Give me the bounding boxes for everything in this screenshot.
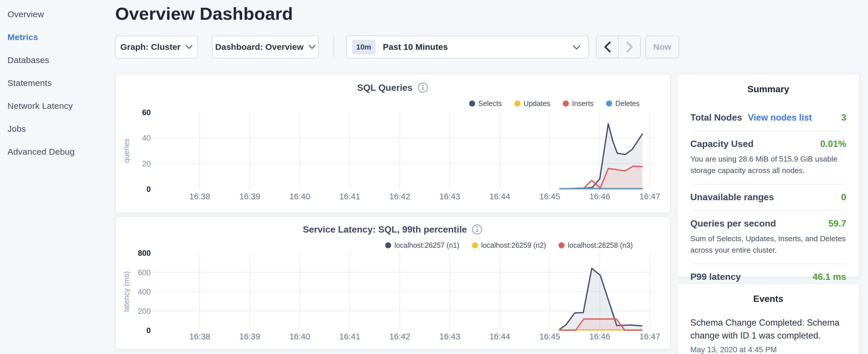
y-axis-tick-label: 600 [138,268,151,277]
summary-item-value: 0.01% [820,139,846,149]
summary-item-description: You are using 28.6 MiB of 515.9 GiB usab… [690,153,846,176]
summary-item-label: P99 latency [690,271,741,282]
x-axis-tick-label: 16:42 [390,332,410,341]
chevron-down-icon [309,45,315,49]
summary-item-label: Capacity Used [690,139,754,149]
summary-item-value: 46.1 ms [813,271,846,282]
dashboard-dropdown-label: Dashboard: Overview [215,42,304,52]
y-axis-tick-label: 60 [142,108,151,117]
x-axis-tick-label: 16:38 [189,192,210,201]
y-axis-title: queries [122,138,131,163]
sidebar-item-network-latency[interactable]: Network Latency [0,95,115,118]
summary-panel: Summary Total NodesView nodes list3Capac… [677,74,860,277]
x-axis-tick-label: 16:45 [539,332,560,341]
summary-item-label: Unavailable ranges [690,192,774,202]
y-axis-tick-label: 40 [142,134,151,142]
time-step-forward-button[interactable] [619,36,640,58]
summary-item-value: 0 [841,192,846,202]
sql-queries-chart-card: SQL Queries SelectsUpdatesInsertsDeletes… [115,74,671,213]
x-axis-tick-label: 16:43 [439,332,460,341]
summary-item: Queries per second59.7Sum of Selects, Up… [690,211,846,264]
time-step-buttons [596,35,641,58]
sidebar-item-databases[interactable]: Databases [0,49,115,72]
graph-dropdown[interactable]: Graph: Cluster [115,35,198,58]
x-axis-tick-label: 16:46 [589,332,610,341]
summary-item-description: Sum of Selects, Updates, Inserts, and De… [690,233,846,256]
x-axis-tick-label: 16:43 [439,192,460,201]
toolbar-divider [333,35,334,58]
time-range-label: Past 10 Minutes [383,42,448,52]
x-axis-tick-label: 16:44 [490,332,510,341]
time-range-badge: 10m [352,40,375,55]
view-nodes-list-link[interactable]: View nodes list [748,112,812,123]
summary-item-value: 59.7 [829,218,846,229]
service-latency-chart-card: Service Latency: SQL, 99th percentile lo… [115,216,671,350]
graph-dropdown-label: Graph: Cluster [120,42,181,52]
event-timestamp: May 13, 2020 at 4:45 PM [690,345,846,354]
chart-grid [152,112,654,189]
x-axis-tick-label: 16:41 [339,192,360,201]
summary-item-value: 3 [841,112,846,123]
sidebar: OverviewMetricsDatabasesStatementsNetwor… [0,0,115,354]
events-panel: Events Schema Change Completed: Schema c… [677,283,860,354]
x-axis-tick-label: 16:39 [239,332,260,341]
summary-title: Summary [690,84,846,95]
chevron-left-icon [604,41,611,53]
summary-item-label: Queries per second [690,218,776,229]
summary-item-label: Total Nodes [690,112,742,123]
x-axis-tick-label: 16:44 [490,192,510,201]
x-axis-tick-label: 16:39 [239,192,260,201]
x-axis-tick-label: 16:40 [289,192,310,201]
x-axis-tick-label: 16:42 [390,192,410,201]
event-text[interactable]: Schema Change Completed: Schema change w… [690,316,846,342]
events-title: Events [690,294,846,304]
y-axis-title: latency (ms) [122,271,131,312]
dashboard-dropdown[interactable]: Dashboard: Overview [212,35,319,58]
x-axis-tick-label: 16:47 [639,332,660,341]
y-axis-tick-label: 200 [138,307,151,316]
time-step-back-button[interactable] [597,36,619,58]
time-range-selector[interactable]: 10m Past 10 Minutes [346,35,589,58]
y-axis-tick-label: 20 [142,160,151,168]
chevron-down-icon [186,45,192,49]
now-button[interactable]: Now [645,35,679,58]
y-axis-tick-label: 400 [138,288,151,296]
x-axis-tick-label: 16:46 [589,192,610,201]
chart-plot-area: 16:3816:3916:4016:4116:4216:4316:4416:45… [116,74,671,214]
chart-plot-area: 16:3816:3916:4016:4116:4216:4316:4416:45… [116,217,671,350]
sidebar-item-jobs[interactable]: Jobs [0,118,115,140]
summary-item: Unavailable ranges0 [690,185,846,211]
sidebar-item-metrics[interactable]: Metrics [0,26,115,49]
sidebar-item-advanced-debug[interactable]: Advanced Debug [0,140,115,163]
sidebar-item-statements[interactable]: Statements [0,72,115,95]
x-axis-tick-label: 16:40 [289,332,310,341]
x-axis-tick-label: 16:47 [639,192,660,201]
chevron-right-icon [626,41,633,53]
chevron-down-icon [573,45,580,50]
page-title: Overview Dashboard [115,3,293,24]
y-axis-tick-label: 0 [147,185,151,194]
y-axis-tick-label: 800 [138,249,151,257]
summary-item: Total NodesView nodes list3 [690,105,846,131]
x-axis-tick-label: 16:45 [539,192,560,201]
summary-item: Capacity Used0.01%You are using 28.6 MiB… [690,131,846,185]
sidebar-item-overview[interactable]: Overview [0,3,115,26]
x-axis-tick-label: 16:41 [339,332,360,341]
x-axis-tick-label: 16:38 [189,332,210,341]
y-axis-tick-label: 0 [147,326,151,335]
